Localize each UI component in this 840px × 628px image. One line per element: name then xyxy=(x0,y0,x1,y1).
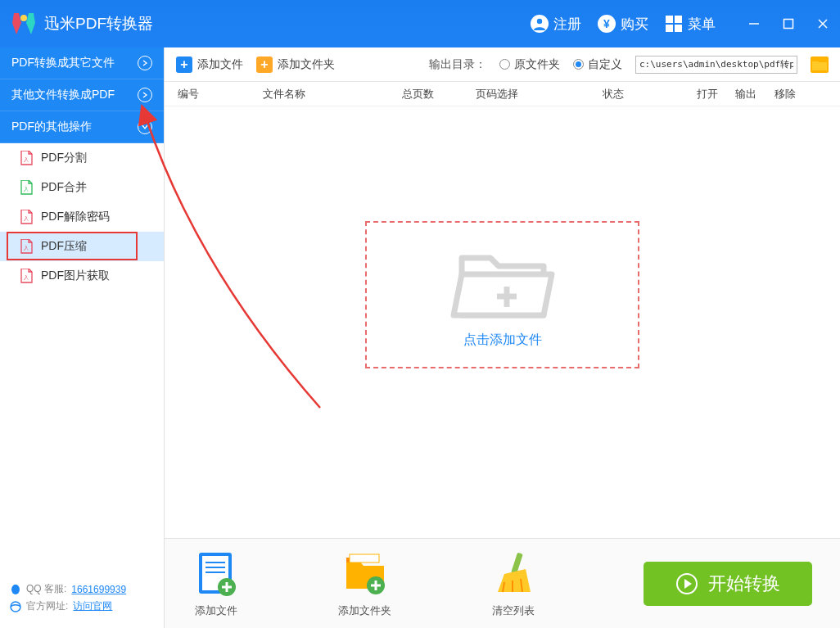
col-status: 状态 xyxy=(603,87,697,102)
output-custom-radio[interactable]: 自定义 xyxy=(573,57,622,72)
titlebar: 迅米PDF转换器 注册 ¥ 购买 菜单 xyxy=(0,0,840,47)
menu-button[interactable]: 菜单 xyxy=(665,15,716,34)
svg-text:¥: ¥ xyxy=(603,17,610,30)
play-icon xyxy=(675,572,698,595)
sidebar-item-decrypt[interactable]: 入 PDF解除密码 xyxy=(0,202,164,232)
main-area: + 添加文件 + 添加文件夹 输出目录： 原文件夹 自定义 编号 xyxy=(165,47,840,628)
broom-icon xyxy=(490,549,537,597)
bottom-label: 清空列表 xyxy=(492,603,535,618)
output-dir-label: 输出目录： xyxy=(429,57,486,72)
chevron-right-icon xyxy=(138,88,152,102)
qq-icon xyxy=(10,583,21,596)
svg-text:入: 入 xyxy=(24,187,29,192)
svg-rect-8 xyxy=(675,25,682,32)
close-button[interactable] xyxy=(815,16,830,31)
svg-point-19 xyxy=(13,585,19,591)
svg-rect-33 xyxy=(350,554,379,562)
pdf-icon: 入 xyxy=(20,180,33,195)
sidebar-cat-label: 其他文件转换成PDF xyxy=(11,88,115,102)
bottom-bar: 添加文件 添加文件夹 清空列表 开始转换 xyxy=(165,538,840,628)
pdf-icon: 入 xyxy=(20,151,33,165)
svg-text:入: 入 xyxy=(24,157,29,162)
user-icon xyxy=(531,15,549,33)
pdf-icon: 入 xyxy=(20,210,33,224)
grid-icon xyxy=(665,15,683,33)
bottom-clear-list[interactable]: 清空列表 xyxy=(490,549,537,618)
qq-number-link[interactable]: 1661699939 xyxy=(71,584,126,595)
add-file-button[interactable]: + 添加文件 xyxy=(176,56,243,73)
sidebar-item-compress[interactable]: 入 PDF压缩 xyxy=(0,232,164,261)
bottom-add-file[interactable]: 添加文件 xyxy=(192,549,240,618)
bottom-label: 添加文件夹 xyxy=(338,603,391,618)
sidebar-cat-other-to-pdf[interactable]: 其他文件转换成PDF xyxy=(0,79,164,111)
radio-label: 自定义 xyxy=(588,57,622,72)
file-table-header: 编号 文件名称 总页数 页码选择 状态 打开 输出 移除 xyxy=(165,82,840,106)
sidebar-cat-pdf-to-other[interactable]: PDF转换成其它文件 xyxy=(0,47,164,79)
register-label: 注册 xyxy=(553,15,581,34)
dropzone-text: 点击添加文件 xyxy=(463,332,542,349)
buy-button[interactable]: ¥ 购买 xyxy=(598,15,648,34)
start-label: 开始转换 xyxy=(708,572,780,596)
sidebar-item-merge[interactable]: 入 PDF合并 xyxy=(0,173,164,202)
sidebar-item-label: PDF合并 xyxy=(41,180,87,195)
svg-rect-6 xyxy=(675,16,682,23)
svg-rect-21 xyxy=(812,59,818,61)
svg-text:入: 入 xyxy=(24,216,29,221)
radio-icon xyxy=(573,59,584,70)
sidebar-item-label: PDF压缩 xyxy=(41,239,87,254)
buy-label: 购买 xyxy=(621,15,648,34)
col-output: 输出 xyxy=(735,87,775,102)
svg-rect-7 xyxy=(666,25,673,32)
col-delete: 移除 xyxy=(775,87,811,102)
menu-label: 菜单 xyxy=(688,15,716,34)
col-pages: 总页数 xyxy=(402,87,476,102)
sidebar-item-split[interactable]: 入 PDF分割 xyxy=(0,143,164,173)
bottom-add-folder[interactable]: 添加文件夹 xyxy=(338,549,391,618)
sidebar-item-label: PDF图片获取 xyxy=(41,269,110,283)
add-file-label: 添加文件 xyxy=(197,57,243,72)
svg-rect-5 xyxy=(666,16,673,23)
pdf-icon: 入 xyxy=(20,269,33,283)
site-label: 官方网址: xyxy=(26,599,68,613)
qq-label: QQ 客服: xyxy=(26,582,66,596)
chevron-right-icon xyxy=(138,56,152,70)
maximize-button[interactable] xyxy=(781,16,796,31)
add-folder-button[interactable]: + 添加文件夹 xyxy=(256,56,335,73)
site-link[interactable]: 访问官网 xyxy=(73,599,112,613)
minimize-button[interactable] xyxy=(747,16,761,31)
chevron-down-icon xyxy=(138,120,152,134)
svg-point-0 xyxy=(20,15,27,21)
svg-point-20 xyxy=(11,602,20,612)
sidebar-item-label: PDF解除密码 xyxy=(41,210,110,224)
svg-rect-10 xyxy=(784,20,793,29)
svg-text:入: 入 xyxy=(24,246,29,251)
svg-point-2 xyxy=(537,19,542,24)
sidebar-item-extract[interactable]: 入 PDF图片获取 xyxy=(0,261,164,291)
browse-folder-button[interactable] xyxy=(811,56,829,73)
register-button[interactable]: 注册 xyxy=(531,15,581,34)
col-num: 编号 xyxy=(173,87,263,102)
sidebar-cat-pdf-ops[interactable]: PDF的其他操作 xyxy=(0,111,164,143)
yen-icon: ¥ xyxy=(598,15,616,33)
sidebar-footer: QQ 客服: 1661699939 官方网址: 访问官网 xyxy=(0,569,164,628)
output-source-radio[interactable]: 原文件夹 xyxy=(499,57,560,72)
dropzone[interactable]: 点击添加文件 xyxy=(365,221,639,368)
radio-label: 原文件夹 xyxy=(514,57,560,72)
start-convert-button[interactable]: 开始转换 xyxy=(644,562,812,606)
sidebar-cat-label: PDF转换成其它文件 xyxy=(11,56,115,70)
app-logo-icon xyxy=(10,10,38,38)
folder-add-icon xyxy=(341,549,389,597)
sidebar-cat-label: PDF的其他操作 xyxy=(11,120,92,134)
plus-icon: + xyxy=(256,56,273,73)
toolbar: + 添加文件 + 添加文件夹 输出目录： 原文件夹 自定义 xyxy=(165,47,840,82)
radio-icon xyxy=(499,59,510,70)
file-add-icon xyxy=(192,549,240,597)
sidebar: PDF转换成其它文件 其他文件转换成PDF PDF的其他操作 入 PDF分割 入… xyxy=(0,47,165,628)
output-path-input[interactable] xyxy=(635,56,797,74)
add-folder-label: 添加文件夹 xyxy=(278,57,335,72)
file-list-area: 点击添加文件 xyxy=(165,106,840,538)
col-page-select: 页码选择 xyxy=(476,87,603,102)
app-title: 迅米PDF转换器 xyxy=(44,13,153,34)
col-name: 文件名称 xyxy=(263,87,402,102)
folder-icon xyxy=(811,56,829,73)
